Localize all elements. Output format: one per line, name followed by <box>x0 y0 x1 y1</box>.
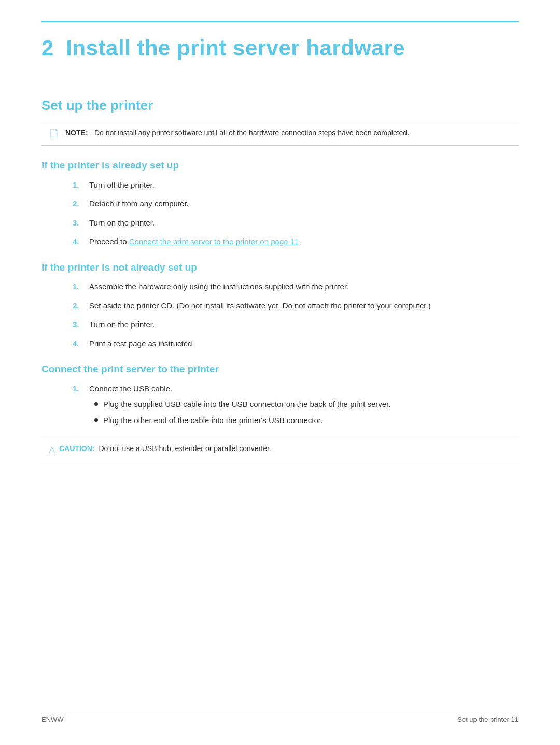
page-footer: ENWW Set up the printer 11 <box>41 710 519 725</box>
list-text: Print a test page as instructed. <box>89 338 519 350</box>
list-item: 2. Detach it from any computer. <box>73 198 519 210</box>
list-item: 4. Print a test page as instructed. <box>73 338 519 350</box>
list-item: 2. Set aside the printer CD. (Do not ins… <box>73 300 519 312</box>
bullet-dot <box>94 402 98 406</box>
list-number: 1. <box>73 383 83 395</box>
list-number: 3. <box>73 217 83 229</box>
list-item: 1. Connect the USB cable. Plug the suppl… <box>73 383 519 431</box>
caution-icon: △ <box>49 443 55 456</box>
bullet-list: Plug the supplied USB cable into the USB… <box>73 399 391 430</box>
list-number: 1. <box>73 179 83 191</box>
list-text: Turn off the printer. <box>89 179 519 191</box>
list-text: Connect the USB cable. <box>89 383 172 395</box>
footer-right: Set up the printer 11 <box>457 714 519 725</box>
section-connect: Connect the print server to the printer … <box>41 362 519 461</box>
bullet-text: Plug the other end of the cable into the… <box>103 415 323 427</box>
connect-link[interactable]: Connect the print server to the printer … <box>129 237 299 246</box>
note-box: 📄 NOTE: Do not install any printer softw… <box>41 122 519 146</box>
chapter-title: Install the print server hardware <box>66 36 405 60</box>
note-icon: 📄 <box>49 128 59 140</box>
list-number: 1. <box>73 281 83 293</box>
list-text: Detach it from any computer. <box>89 198 519 210</box>
list-text: Turn on the printer. <box>89 319 519 331</box>
list-text: Set aside the printer CD. (Do not instal… <box>89 300 519 312</box>
section-title-setup: Set up the printer <box>41 95 519 116</box>
list-item: 1. Assemble the hardware only using the … <box>73 281 519 293</box>
list-item: Plug the supplied USB cable into the USB… <box>94 399 391 411</box>
caution-label: CAUTION: <box>59 443 94 454</box>
list-item: 4. Proceed to Connect the print server t… <box>73 236 519 248</box>
list-text: Assemble the hardware only using the ins… <box>89 281 519 293</box>
already-set-up-list: 1. Turn off the printer. 2. Detach it fr… <box>41 179 519 248</box>
list-text: Turn on the printer. <box>89 217 519 229</box>
bullet-dot <box>94 418 98 422</box>
section-already-set-up: If the printer is already set up 1. Turn… <box>41 158 519 248</box>
caution-text: Do not use a USB hub, extender or parall… <box>99 443 271 454</box>
page: 2Install the print server hardware Set u… <box>0 0 560 745</box>
footer-left: ENWW <box>41 714 64 725</box>
subsection-title-already-set-up: If the printer is already set up <box>41 158 519 173</box>
subsection-title-connect: Connect the print server to the printer <box>41 362 519 377</box>
list-number: 4. <box>73 338 83 350</box>
list-item: 3. Turn on the printer. <box>73 319 519 331</box>
list-number: 2. <box>73 300 83 312</box>
section-setup-printer: Set up the printer 📄 NOTE: Do not instal… <box>41 95 519 146</box>
caution-box: △ CAUTION: Do not use a USB hub, extende… <box>41 438 519 461</box>
connect-list: 1. Connect the USB cable. Plug the suppl… <box>41 383 519 431</box>
chapter-header: 2Install the print server hardware <box>41 21 519 64</box>
list-number: 3. <box>73 319 83 331</box>
list-item: Plug the other end of the cable into the… <box>94 415 391 427</box>
section-not-set-up: If the printer is not already set up 1. … <box>41 260 519 350</box>
list-number: 4. <box>73 236 83 248</box>
list-item: 3. Turn on the printer. <box>73 217 519 229</box>
subsection-title-not-set-up: If the printer is not already set up <box>41 260 519 275</box>
list-text: Proceed to Connect the print server to t… <box>89 236 519 248</box>
list-number: 2. <box>73 198 83 210</box>
note-label: NOTE: <box>65 128 90 138</box>
list-item: 1. Turn off the printer. <box>73 179 519 191</box>
chapter-title-row: 2Install the print server hardware <box>41 32 519 64</box>
not-set-up-list: 1. Assemble the hardware only using the … <box>41 281 519 349</box>
note-text: Do not install any printer software unti… <box>94 128 409 138</box>
bullet-text: Plug the supplied USB cable into the USB… <box>103 399 391 411</box>
chapter-number: 2 <box>41 36 53 60</box>
